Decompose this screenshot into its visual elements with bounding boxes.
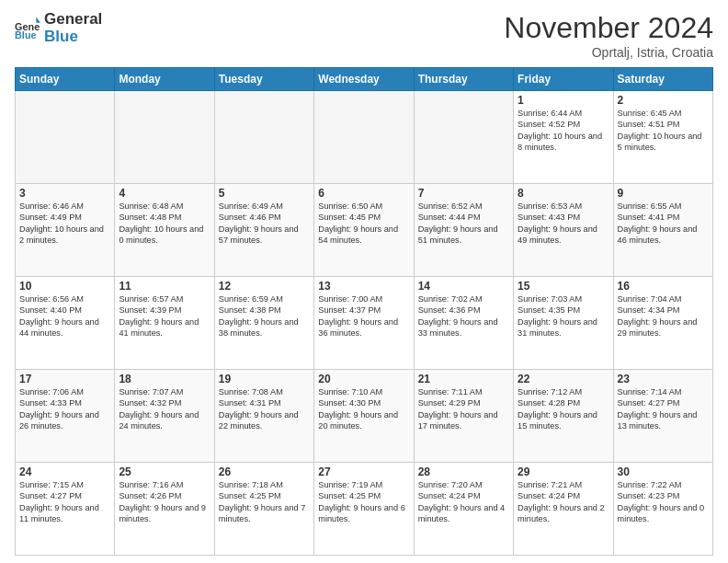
day-info: Sunrise: 6:48 AM Sunset: 4:48 PM Dayligh…	[119, 201, 210, 247]
col-header-friday: Friday	[514, 68, 613, 91]
calendar-cell: 27Sunrise: 7:19 AM Sunset: 4:25 PM Dayli…	[314, 463, 414, 556]
day-number: 10	[19, 280, 110, 293]
calendar-cell: 16Sunrise: 7:04 AM Sunset: 4:34 PM Dayli…	[613, 277, 712, 370]
logo-icon: General Blue	[15, 16, 40, 41]
day-info: Sunrise: 7:19 AM Sunset: 4:25 PM Dayligh…	[318, 479, 409, 525]
calendar-cell	[414, 91, 513, 184]
day-number: 28	[418, 465, 509, 478]
day-info: Sunrise: 7:08 AM Sunset: 4:31 PM Dayligh…	[219, 386, 310, 432]
location-subtitle: Oprtalj, Istria, Croatia	[504, 45, 713, 60]
title-block: November 2024 Oprtalj, Istria, Croatia	[504, 11, 713, 60]
day-number: 9	[618, 187, 709, 200]
day-number: 3	[19, 187, 110, 200]
header: General Blue General Blue November 2024 …	[15, 11, 713, 60]
calendar-cell: 29Sunrise: 7:21 AM Sunset: 4:24 PM Dayli…	[514, 463, 613, 556]
calendar-cell: 21Sunrise: 7:11 AM Sunset: 4:29 PM Dayli…	[414, 370, 513, 463]
day-info: Sunrise: 6:49 AM Sunset: 4:46 PM Dayligh…	[219, 201, 310, 247]
day-info: Sunrise: 7:14 AM Sunset: 4:27 PM Dayligh…	[618, 386, 709, 432]
day-number: 23	[618, 373, 709, 385]
month-title: November 2024	[504, 11, 713, 45]
calendar-cell: 26Sunrise: 7:18 AM Sunset: 4:25 PM Dayli…	[214, 463, 313, 556]
day-number: 4	[119, 187, 210, 200]
day-info: Sunrise: 7:03 AM Sunset: 4:35 PM Dayligh…	[518, 293, 609, 339]
calendar-cell: 15Sunrise: 7:03 AM Sunset: 4:35 PM Dayli…	[514, 277, 613, 370]
day-info: Sunrise: 6:55 AM Sunset: 4:41 PM Dayligh…	[618, 201, 709, 247]
day-info: Sunrise: 7:00 AM Sunset: 4:37 PM Dayligh…	[318, 293, 409, 339]
day-number: 25	[119, 465, 210, 478]
day-number: 12	[219, 280, 310, 293]
day-info: Sunrise: 6:44 AM Sunset: 4:52 PM Dayligh…	[518, 108, 609, 154]
day-info: Sunrise: 6:50 AM Sunset: 4:45 PM Dayligh…	[318, 201, 409, 247]
calendar-week-0: 1Sunrise: 6:44 AM Sunset: 4:52 PM Daylig…	[16, 91, 713, 184]
calendar-cell: 7Sunrise: 6:52 AM Sunset: 4:44 PM Daylig…	[414, 184, 513, 277]
calendar-cell: 10Sunrise: 6:56 AM Sunset: 4:40 PM Dayli…	[16, 277, 115, 370]
day-info: Sunrise: 7:02 AM Sunset: 4:36 PM Dayligh…	[418, 293, 509, 339]
day-number: 7	[418, 187, 509, 200]
day-number: 13	[318, 280, 409, 293]
calendar-cell	[314, 91, 414, 184]
calendar-cell: 12Sunrise: 6:59 AM Sunset: 4:38 PM Dayli…	[214, 277, 313, 370]
day-info: Sunrise: 7:22 AM Sunset: 4:23 PM Dayligh…	[618, 479, 709, 525]
day-number: 14	[418, 280, 509, 293]
col-header-tuesday: Tuesday	[214, 68, 313, 91]
day-info: Sunrise: 7:04 AM Sunset: 4:34 PM Dayligh…	[618, 293, 709, 339]
calendar-cell: 5Sunrise: 6:49 AM Sunset: 4:46 PM Daylig…	[214, 184, 313, 277]
calendar-table: SundayMondayTuesdayWednesdayThursdayFrid…	[15, 67, 713, 556]
calendar-header-row: SundayMondayTuesdayWednesdayThursdayFrid…	[16, 68, 713, 91]
calendar-cell: 4Sunrise: 6:48 AM Sunset: 4:48 PM Daylig…	[115, 184, 214, 277]
calendar-cell: 17Sunrise: 7:06 AM Sunset: 4:33 PM Dayli…	[16, 370, 115, 463]
day-number: 21	[418, 373, 509, 385]
col-header-wednesday: Wednesday	[314, 68, 414, 91]
day-info: Sunrise: 7:11 AM Sunset: 4:29 PM Dayligh…	[418, 386, 509, 432]
calendar-cell: 3Sunrise: 6:46 AM Sunset: 4:49 PM Daylig…	[16, 184, 115, 277]
calendar-cell: 8Sunrise: 6:53 AM Sunset: 4:43 PM Daylig…	[514, 184, 613, 277]
calendar-cell	[115, 91, 214, 184]
day-info: Sunrise: 7:12 AM Sunset: 4:28 PM Dayligh…	[518, 386, 609, 432]
calendar-cell: 30Sunrise: 7:22 AM Sunset: 4:23 PM Dayli…	[613, 463, 712, 556]
calendar-week-3: 17Sunrise: 7:06 AM Sunset: 4:33 PM Dayli…	[16, 370, 713, 463]
day-info: Sunrise: 6:56 AM Sunset: 4:40 PM Dayligh…	[19, 293, 110, 339]
calendar-cell: 9Sunrise: 6:55 AM Sunset: 4:41 PM Daylig…	[613, 184, 712, 277]
day-info: Sunrise: 7:06 AM Sunset: 4:33 PM Dayligh…	[19, 386, 110, 432]
day-info: Sunrise: 7:18 AM Sunset: 4:25 PM Dayligh…	[219, 479, 310, 525]
day-number: 15	[518, 280, 609, 293]
col-header-monday: Monday	[115, 68, 214, 91]
day-number: 29	[518, 465, 609, 478]
day-number: 11	[119, 280, 210, 293]
day-info: Sunrise: 6:53 AM Sunset: 4:43 PM Dayligh…	[518, 201, 609, 247]
day-info: Sunrise: 7:10 AM Sunset: 4:30 PM Dayligh…	[318, 386, 409, 432]
calendar-week-1: 3Sunrise: 6:46 AM Sunset: 4:49 PM Daylig…	[16, 184, 713, 277]
day-number: 2	[618, 94, 709, 107]
day-info: Sunrise: 7:07 AM Sunset: 4:32 PM Dayligh…	[119, 386, 210, 432]
day-number: 6	[318, 187, 409, 200]
calendar-cell	[16, 91, 115, 184]
day-number: 20	[318, 373, 409, 385]
day-number: 5	[219, 187, 310, 200]
svg-marker-2	[36, 17, 40, 22]
calendar-cell: 28Sunrise: 7:20 AM Sunset: 4:24 PM Dayli…	[414, 463, 513, 556]
calendar-cell: 14Sunrise: 7:02 AM Sunset: 4:36 PM Dayli…	[414, 277, 513, 370]
page: General Blue General Blue November 2024 …	[0, 0, 728, 563]
day-number: 27	[318, 465, 409, 478]
day-info: Sunrise: 6:45 AM Sunset: 4:51 PM Dayligh…	[618, 108, 709, 154]
calendar-week-4: 24Sunrise: 7:15 AM Sunset: 4:27 PM Dayli…	[16, 463, 713, 556]
logo: General Blue General Blue	[15, 11, 102, 45]
day-number: 1	[518, 94, 609, 107]
calendar-cell: 6Sunrise: 6:50 AM Sunset: 4:45 PM Daylig…	[314, 184, 414, 277]
day-number: 30	[618, 465, 709, 478]
logo-blue-text: Blue	[44, 29, 102, 46]
calendar-cell	[214, 91, 313, 184]
day-info: Sunrise: 6:59 AM Sunset: 4:38 PM Dayligh…	[219, 293, 310, 339]
day-number: 19	[219, 373, 310, 385]
logo-general-text: General	[44, 11, 102, 29]
day-number: 18	[119, 373, 210, 385]
calendar-cell: 18Sunrise: 7:07 AM Sunset: 4:32 PM Dayli…	[115, 370, 214, 463]
calendar-cell: 20Sunrise: 7:10 AM Sunset: 4:30 PM Dayli…	[314, 370, 414, 463]
calendar-cell: 2Sunrise: 6:45 AM Sunset: 4:51 PM Daylig…	[613, 91, 712, 184]
day-info: Sunrise: 7:15 AM Sunset: 4:27 PM Dayligh…	[19, 479, 110, 525]
day-info: Sunrise: 7:20 AM Sunset: 4:24 PM Dayligh…	[418, 479, 509, 525]
calendar-cell: 13Sunrise: 7:00 AM Sunset: 4:37 PM Dayli…	[314, 277, 414, 370]
col-header-thursday: Thursday	[414, 68, 513, 91]
day-info: Sunrise: 6:52 AM Sunset: 4:44 PM Dayligh…	[418, 201, 509, 247]
day-number: 22	[518, 373, 609, 385]
